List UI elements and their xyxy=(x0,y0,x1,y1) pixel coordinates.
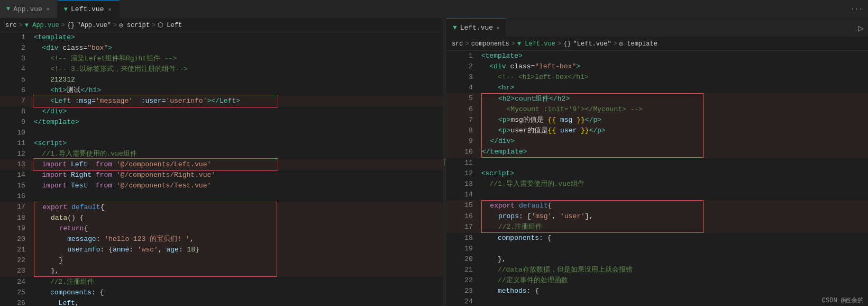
table-row: 24 xyxy=(446,296,868,306)
line-number: 25 xyxy=(0,287,32,298)
watermark: CSDN @姓余的 xyxy=(818,295,868,306)
table-row: 12<script> xyxy=(446,168,868,179)
line-number: 13 xyxy=(446,179,479,190)
tab-left-vue[interactable]: ▼ Left.vue ✕ xyxy=(58,0,120,18)
left-code-area[interactable]: 1<template>2 <div class="box">3 <!-- 渲染L… xyxy=(0,32,443,306)
bc-sep4: > xyxy=(152,22,156,29)
table-row: 3 <!-- <h1>left-box</h1> xyxy=(446,72,868,83)
line-code: import Test from '@/components/Test.vue' xyxy=(32,181,443,191)
line-number: 23 xyxy=(446,286,479,296)
line-number: 3 xyxy=(0,53,32,64)
line-number: 13 xyxy=(0,159,32,170)
table-row: 10</template> xyxy=(446,147,868,158)
table-row: 17 //2.注册组件 xyxy=(446,222,868,233)
line-code: <h2>count组件</h2> xyxy=(479,93,868,104)
table-row: 9</template> xyxy=(0,117,443,128)
right-tab-leftvue[interactable]: ▼ Left.vue ✕ xyxy=(446,19,506,37)
table-row: 19 xyxy=(446,244,868,254)
line-number: 4 xyxy=(0,64,32,75)
line-number: 19 xyxy=(0,223,32,234)
line-number: 7 xyxy=(446,115,479,125)
table-row: 12 //1.导入需要使用的.vue组件 xyxy=(0,149,443,159)
line-number: 3 xyxy=(446,72,479,83)
line-number: 17 xyxy=(446,222,479,233)
line-code: <p>msg的值是 {{ msg }}</p> xyxy=(479,115,868,125)
table-row: 4 <hr> xyxy=(446,83,868,93)
table-row: 2 <div class="left-box"> xyxy=(446,61,868,72)
line-code: </template> xyxy=(32,117,443,128)
tab-close-app[interactable]: ✕ xyxy=(45,5,51,13)
run-button[interactable]: ▷ xyxy=(858,19,864,37)
line-number: 11 xyxy=(0,138,32,149)
left-editor-pane: src > ▼ App.vue > {} "App.vue" > ◎ scrip… xyxy=(0,19,443,306)
bc-appvue: ▼ App.vue xyxy=(25,22,59,29)
line-code: </template> xyxy=(479,147,868,158)
table-row: 6 <Mycount :init='9'></Mycount> --> xyxy=(446,104,868,115)
line-code: <p>user的值是{{ user }}</p> xyxy=(479,125,868,136)
bc-obj: {} xyxy=(67,22,75,29)
tab-close-left[interactable]: ✕ xyxy=(107,5,112,14)
table-row: 1<template> xyxy=(446,51,868,61)
table-row: 17 export default{ xyxy=(0,202,443,213)
line-number: 1 xyxy=(446,51,479,61)
line-code: <!-- <h1>left-box</h1> xyxy=(479,72,868,83)
table-row: 8 </div> xyxy=(0,106,443,117)
table-row: 13 import Left from '@/components/Left.v… xyxy=(0,159,443,170)
line-code: userinfo: {anme: 'wsc', age: 18} xyxy=(32,245,443,255)
vue-icon: ▼ xyxy=(6,5,10,13)
line-number: 14 xyxy=(0,170,32,181)
line-code: <script> xyxy=(479,168,868,179)
table-row: 4 <!-- 3.以标签形式，来使用注册的组件--> xyxy=(0,64,443,75)
line-number: 11 xyxy=(446,158,479,168)
table-row: 15 import Test from '@/components/Test.v… xyxy=(0,181,443,191)
line-code: <hr> xyxy=(479,83,868,93)
bc-sep1: > xyxy=(19,22,23,29)
line-code: data() { xyxy=(32,213,443,223)
line-code: //data存放数据，但是如果没用上就会报错 xyxy=(479,265,868,275)
r-bc-sep4: > xyxy=(614,40,617,48)
line-code: <template> xyxy=(479,51,868,61)
line-number: 21 xyxy=(0,245,32,255)
table-row: 2 <div class="box"> xyxy=(0,43,443,53)
line-number: 16 xyxy=(446,211,479,222)
right-vue-icon: ▼ xyxy=(453,24,457,32)
line-number: 2 xyxy=(0,43,32,53)
line-code: }, xyxy=(32,266,443,277)
line-code: <!-- 3.以标签形式，来使用注册的组件--> xyxy=(32,64,443,75)
table-row: 7 <Left :msg='message' :user='userinfo'>… xyxy=(0,96,443,106)
line-code xyxy=(479,296,868,306)
line-number: 24 xyxy=(0,277,32,287)
left-code-table: 1<template>2 <div class="box">3 <!-- 渲染L… xyxy=(0,32,443,306)
right-code-table: 1<template>2 <div class="left-box">3 <!-… xyxy=(446,51,868,306)
line-code: <template> xyxy=(32,32,443,43)
line-number: 5 xyxy=(0,75,32,85)
line-number: 4 xyxy=(446,83,479,93)
line-number: 14 xyxy=(446,190,479,200)
table-row: 25 components: { xyxy=(0,287,443,298)
table-row: 13 //1.导入需要使用的.vue组件 xyxy=(446,179,868,190)
table-row: 23 }, xyxy=(0,266,443,277)
r-bc-sep1: > xyxy=(465,40,469,48)
table-row: 7 <p>msg的值是 {{ msg }}</p> xyxy=(446,115,868,125)
table-row: 24 //2.注册组件 xyxy=(0,277,443,287)
more-tabs-button[interactable]: ··· xyxy=(845,0,868,18)
tab-app-vue[interactable]: ▼ App.vue ✕ xyxy=(0,0,58,18)
tab-label-2: Left.vue xyxy=(71,5,104,13)
table-row: 16 xyxy=(0,191,443,202)
line-code: </div> xyxy=(32,106,443,117)
tab-label: App.vue xyxy=(13,5,42,13)
line-number: 9 xyxy=(0,117,32,128)
line-number: 15 xyxy=(0,181,32,191)
line-number: 2 xyxy=(446,61,479,72)
line-number: 8 xyxy=(0,106,32,117)
line-code: methods: { xyxy=(479,286,868,296)
line-code: export default{ xyxy=(479,200,868,211)
table-row: 14 import Right from '@/components/Right… xyxy=(0,170,443,181)
right-code-area[interactable]: 1<template>2 <div class="left-box">3 <!-… xyxy=(446,51,868,306)
r-bc-sep2: > xyxy=(511,40,515,48)
line-code: <h1>测试</h1> xyxy=(32,85,443,96)
bc-script: ◎ script xyxy=(119,21,150,29)
right-tab-close[interactable]: ✕ xyxy=(496,25,499,31)
table-row: 5 <h2>count组件</h2> xyxy=(446,93,868,104)
r-bc-leftvue2: "Left.vue" xyxy=(573,40,611,48)
